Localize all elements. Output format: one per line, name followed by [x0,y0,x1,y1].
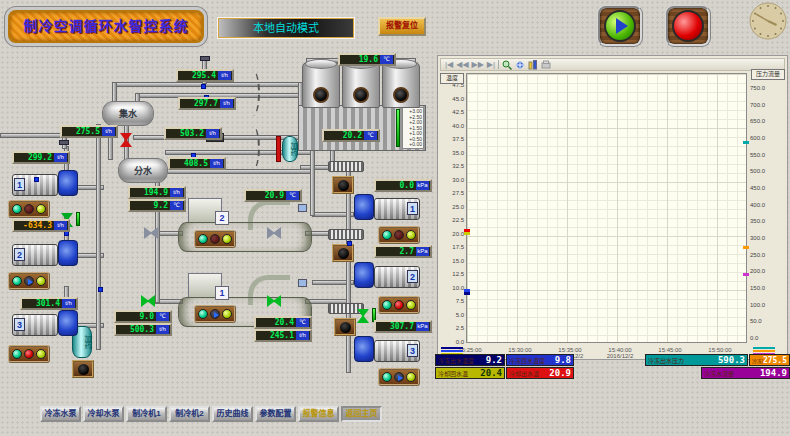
valve-green-open[interactable] [141,295,155,307]
fan-icon [313,87,329,103]
pen-position-marker [743,246,749,249]
stop-button[interactable] [665,5,711,47]
right-axis-tick: 650.0 [750,118,784,124]
pipe [300,165,330,170]
right-axis-tick: 400.0 [750,202,784,208]
nav-chiller-2[interactable]: 制冷机2 [169,406,210,422]
left-axis-tick: 0.0 [440,339,464,345]
pen-value-box: 冷冻回水温度9.8 [506,354,574,366]
chiller-1-number: 1 [215,286,229,300]
left-axis-tick: 42.5 [440,109,464,115]
valve-red-closed[interactable] [120,133,132,147]
nav-history-curve[interactable]: 历史曲线 [212,406,253,422]
pen-position-marker [464,289,470,292]
hand-valve[interactable] [200,56,210,61]
chiller-2-number: 2 [215,211,229,225]
gauge-flow-mid-1: 503.2t/h [164,127,222,140]
pipe-sensor [201,84,206,89]
cooling-pump-3-status-lights [378,368,420,386]
valve-gray[interactable] [144,227,158,239]
dosing-alarm-strip [276,136,281,162]
gauge-chiller2-return-temp: 20.9℃ [244,189,302,202]
run-lamp [198,309,208,319]
pump-number: 2 [14,248,25,261]
pipe [96,124,101,350]
distributor-tank-label: 分水 [134,164,152,177]
nav-alarm-info[interactable]: 报警信息 [298,406,339,422]
mode-button[interactable]: 本地自动模式 [218,18,354,38]
chiller-2-status-lights [194,230,236,248]
chilled-water-pump-3: 3 [12,310,80,340]
flex-connector [328,161,364,172]
chilled-water-pump-2: 2 [12,240,80,270]
right-axis-tick: 500.0 [750,168,784,174]
strainer-filter [332,176,354,194]
left-axis-tick: 32.5 [440,163,464,169]
clock-icon [749,2,787,40]
left-axis-tick: 12.5 [440,271,464,277]
chiller-1-status-lights [194,305,236,323]
alarm-reset-button[interactable]: 报警复位 [378,17,426,36]
right-axis-tick: 0.0 [750,335,784,341]
pump-3-status-lights [8,345,50,363]
gauge-chiller1-return-temp: 20.4℃ [254,316,312,329]
collector-tank: 集水 [102,101,154,126]
left-axis-tick: 2.5 [440,325,464,331]
gauge-pump-3-flow: 301.4t/h [20,297,78,310]
gauge-pump-1-flow: 299.2t/h [12,151,70,164]
nav-chilled-pumps[interactable]: 冷冻水泵 [40,406,81,422]
chart-axes: 47.545.042.540.037.535.032.530.027.525.0… [438,56,787,359]
nav-cooling-pumps[interactable]: 冷却水泵 [83,406,124,422]
pipe-sensor [98,287,103,292]
pipe [346,165,351,373]
pump-number: 2 [407,270,418,283]
right-axis-tick: 750.0 [750,85,784,91]
pump-number: 1 [407,202,418,215]
dosing-tank: 加药 [282,136,298,162]
right-axis-tick: 200.0 [750,268,784,274]
nav-return-home[interactable]: 返回主页 [341,406,382,422]
pump-number: 1 [14,178,25,191]
gauge-chiller2-flow: 194.9t/h [128,186,186,199]
legend-line [753,350,775,352]
nav-parameter-config[interactable]: 参数配置 [255,406,296,422]
pipe [112,82,302,87]
pen-value-box: 冷冻回水压力275.5 [749,354,790,366]
strainer-filter [334,318,356,336]
cooling-water-pump-1: 1 [352,194,420,224]
gauge-chiller1-return-flow: 245.1t/h [254,329,312,342]
section-divider-dashed [248,126,260,170]
left-axis-tick: 5.0 [440,312,464,318]
cooling-water-pump-2: 2 [352,262,420,292]
page-title: 制冷空调循环水智控系统 [8,10,204,43]
hand-valve[interactable] [59,140,69,145]
left-axis-tick: 27.5 [440,190,464,196]
fault-lamp [210,234,220,244]
chilled-water-pump-1: 1 [12,170,80,200]
valve-position-indicator [76,212,80,226]
left-axis-tick: 20.0 [440,231,464,237]
cooling-tower-1 [302,62,340,108]
valve-green-open[interactable] [267,295,281,307]
gauge-chiller2-supply-temp: 9.2℃ [128,199,186,212]
cooling-tower-3 [382,62,420,108]
gauge-cooling-pump-1-pressure: 0.0kPa [374,179,432,192]
right-axis-tick: 550.0 [750,152,784,158]
pen-position-marker [464,232,470,235]
gauge-tower-temp: 19.6℃ [338,53,396,66]
pen-value-box: 冷冻水流量194.9 [701,367,790,379]
valve-green-open[interactable] [357,309,369,323]
gauge-basin-temp: 20.2℃ [322,129,380,142]
nav-chiller-1[interactable]: 制冷机1 [126,406,167,422]
basin-level-scale: +3.00 +2.50 +2.00 +1.50 +1.00 +0.50 +0.0… [402,107,424,149]
valve-gray[interactable] [267,227,281,239]
pump-1-status-lights [8,200,50,218]
start-button[interactable] [597,5,643,47]
left-axis-tick: 25.0 [440,204,464,210]
gauge-flow-top-1: 295.4t/h [176,69,234,82]
pen-value-box: 冷却回水温20.4 [435,367,505,379]
pump-number: 3 [14,318,25,331]
ready-lamp [222,234,232,244]
time-axis-tick: 15:40:002016/12/2 [595,347,645,359]
right-axis-tick: 300.0 [750,235,784,241]
